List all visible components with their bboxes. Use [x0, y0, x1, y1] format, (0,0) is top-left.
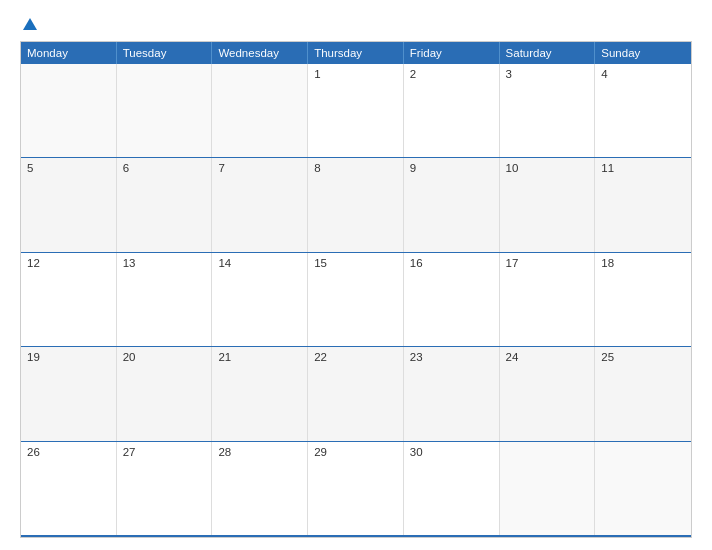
day-cell: 24	[500, 347, 596, 440]
day-number: 21	[218, 351, 231, 363]
day-cell: 2	[404, 64, 500, 157]
calendar-grid: MondayTuesdayWednesdayThursdayFridaySatu…	[20, 41, 692, 538]
day-cell	[117, 64, 213, 157]
week-row-3: 12131415161718	[21, 252, 691, 346]
day-cell	[21, 64, 117, 157]
day-cell: 20	[117, 347, 213, 440]
day-number: 27	[123, 446, 136, 458]
day-header-monday: Monday	[21, 42, 117, 64]
weeks-container: 1234567891011121314151617181920212223242…	[21, 64, 691, 537]
day-number: 24	[506, 351, 519, 363]
day-number: 11	[601, 162, 614, 174]
day-number: 10	[506, 162, 519, 174]
day-cell: 1	[308, 64, 404, 157]
day-header-tuesday: Tuesday	[117, 42, 213, 64]
day-header-friday: Friday	[404, 42, 500, 64]
day-cell: 27	[117, 442, 213, 535]
week-row-2: 567891011	[21, 157, 691, 251]
day-cell: 14	[212, 253, 308, 346]
day-number: 22	[314, 351, 327, 363]
day-number: 20	[123, 351, 136, 363]
week-row-1: 1234	[21, 64, 691, 157]
day-number: 13	[123, 257, 136, 269]
day-number: 17	[506, 257, 519, 269]
day-header-saturday: Saturday	[500, 42, 596, 64]
day-cell: 11	[595, 158, 691, 251]
day-cell: 7	[212, 158, 308, 251]
day-headers-row: MondayTuesdayWednesdayThursdayFridaySatu…	[21, 42, 691, 64]
day-number: 19	[27, 351, 40, 363]
day-number: 26	[27, 446, 40, 458]
day-header-wednesday: Wednesday	[212, 42, 308, 64]
day-cell: 29	[308, 442, 404, 535]
day-number: 8	[314, 162, 320, 174]
day-cell: 9	[404, 158, 500, 251]
day-cell: 13	[117, 253, 213, 346]
day-number: 14	[218, 257, 231, 269]
calendar-page: MondayTuesdayWednesdayThursdayFridaySatu…	[0, 0, 712, 550]
day-number: 4	[601, 68, 607, 80]
day-number: 30	[410, 446, 423, 458]
day-cell: 18	[595, 253, 691, 346]
day-number: 1	[314, 68, 320, 80]
day-cell: 16	[404, 253, 500, 346]
day-cell: 22	[308, 347, 404, 440]
day-cell: 12	[21, 253, 117, 346]
day-cell: 21	[212, 347, 308, 440]
day-cell: 23	[404, 347, 500, 440]
day-header-sunday: Sunday	[595, 42, 691, 64]
day-number: 3	[506, 68, 512, 80]
day-number: 15	[314, 257, 327, 269]
day-cell	[595, 442, 691, 535]
day-cell	[212, 64, 308, 157]
day-number: 6	[123, 162, 129, 174]
day-cell: 5	[21, 158, 117, 251]
day-number: 23	[410, 351, 423, 363]
day-number: 16	[410, 257, 423, 269]
day-cell: 8	[308, 158, 404, 251]
day-cell: 15	[308, 253, 404, 346]
logo-blue-text	[20, 18, 37, 31]
day-header-thursday: Thursday	[308, 42, 404, 64]
day-number: 12	[27, 257, 40, 269]
day-cell: 28	[212, 442, 308, 535]
day-number: 28	[218, 446, 231, 458]
day-cell: 17	[500, 253, 596, 346]
day-cell: 19	[21, 347, 117, 440]
week-row-4: 19202122232425	[21, 346, 691, 440]
day-number: 9	[410, 162, 416, 174]
day-cell	[500, 442, 596, 535]
day-number: 25	[601, 351, 614, 363]
logo-triangle-icon	[23, 18, 37, 30]
day-cell: 25	[595, 347, 691, 440]
logo	[20, 18, 37, 31]
day-number: 29	[314, 446, 327, 458]
day-number: 2	[410, 68, 416, 80]
day-number: 5	[27, 162, 33, 174]
day-number: 7	[218, 162, 224, 174]
day-cell: 10	[500, 158, 596, 251]
day-cell: 26	[21, 442, 117, 535]
header	[20, 18, 692, 31]
day-cell: 4	[595, 64, 691, 157]
week-row-5: 2627282930	[21, 441, 691, 537]
day-cell: 3	[500, 64, 596, 157]
day-number: 18	[601, 257, 614, 269]
day-cell: 30	[404, 442, 500, 535]
day-cell: 6	[117, 158, 213, 251]
